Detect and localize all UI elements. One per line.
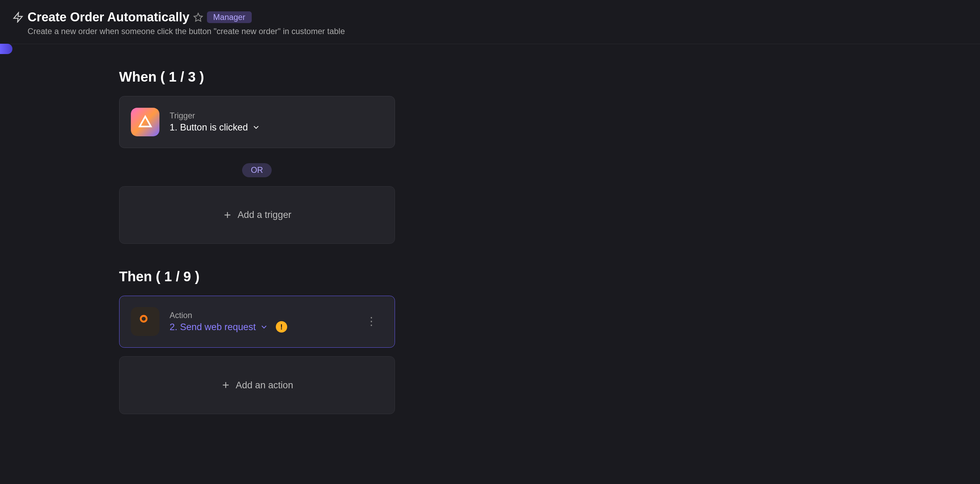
svg-marker-1 [194,13,202,21]
svg-marker-0 [14,13,22,22]
trigger-card[interactable]: Trigger 1. Button is clicked [119,96,395,148]
trigger-app-icon [131,108,160,136]
more-menu-button[interactable]: ⋮ [361,315,383,328]
chevron-down-icon[interactable] [252,123,260,132]
action-card[interactable]: Action 2. Send web request ! ⋮ [119,296,395,348]
plus-icon [223,210,232,220]
lightning-icon [13,12,24,23]
page-subtitle: Create a new order when someone click th… [27,27,345,36]
star-icon[interactable] [193,13,203,22]
chevron-down-icon[interactable] [259,322,268,331]
trigger-label: Trigger [169,111,383,121]
when-section-title: When ( 1 / 3 ) [119,69,980,85]
page-header: Create Order Automatically Manager Creat… [0,0,980,44]
then-section-title: Then ( 1 / 9 ) [119,269,980,284]
sidebar-expand-handle[interactable] [0,44,13,54]
warning-icon: ! [276,321,287,333]
add-trigger-button[interactable]: Add a trigger [119,186,395,244]
action-app-icon [131,307,160,336]
flow-canvas: When ( 1 / 3 ) Trigger 1. Button is clic… [0,44,980,484]
page-title: Create Order Automatically [27,10,189,24]
trigger-text: 1. Button is clicked [169,122,383,133]
role-badge: Manager [207,11,252,23]
add-action-button[interactable]: Add an action [119,356,395,414]
plus-icon [221,380,231,390]
action-label: Action [169,311,350,320]
action-text: 2. Send web request ! [169,321,350,333]
or-separator: OR [242,163,272,178]
